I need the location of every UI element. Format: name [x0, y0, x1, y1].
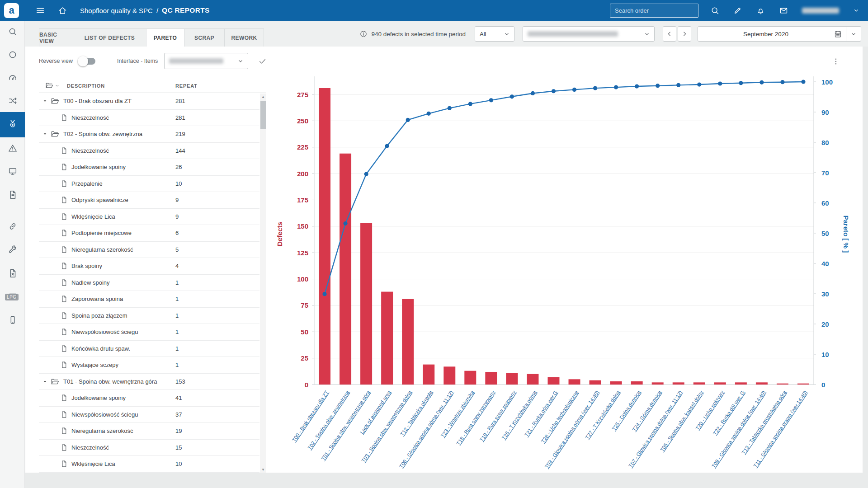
table-group-row[interactable]: T01 - Spoina obw. wewnętrzna góra153	[39, 374, 259, 390]
pareto-line-marker[interactable]	[468, 102, 472, 106]
order-filter-blurred[interactable]	[523, 26, 655, 42]
pareto-line-marker[interactable]	[489, 98, 493, 102]
pareto-line-marker[interactable]	[572, 88, 576, 92]
sidebar-item-medal[interactable]	[0, 112, 25, 137]
pareto-line-marker[interactable]	[364, 172, 368, 176]
x-axis-category-label[interactable]: T28 - Ucho technologiczne	[540, 389, 579, 444]
scroll-down-arrow[interactable]: ▼	[260, 466, 266, 473]
sidebar-item-tablet[interactable]: LPG	[0, 286, 25, 309]
kebab-menu-icon[interactable]	[832, 57, 840, 66]
pareto-bar[interactable]	[797, 384, 809, 385]
pareto-bar[interactable]	[610, 381, 622, 385]
table-item-row[interactable]: Nieszczelność144	[39, 143, 259, 160]
pareto-bar[interactable]	[381, 292, 393, 385]
pareto-bar[interactable]	[756, 382, 768, 385]
pareto-bar[interactable]	[340, 154, 351, 385]
pareto-line-marker[interactable]	[406, 118, 410, 122]
pareto-line-marker[interactable]	[697, 82, 701, 86]
table-item-row[interactable]: Niewspółosiowość ściegu1	[39, 324, 259, 341]
caret-down-icon[interactable]	[42, 99, 47, 103]
x-axis-category-label[interactable]: T00 - Brak obszaru dla ZT	[291, 389, 330, 442]
tab-basic-view[interactable]: BASIC VIEW	[39, 28, 73, 47]
pareto-bar[interactable]	[673, 382, 684, 385]
x-axis-category-label[interactable]: T13 - Tabliczka prostokątna góra	[741, 389, 787, 455]
calendar-icon[interactable]	[834, 30, 842, 38]
pareto-line-marker[interactable]	[343, 221, 347, 225]
x-axis-category-label[interactable]: T27 - T Krzyżówka dolna	[584, 389, 621, 440]
next-month-button[interactable]	[678, 26, 691, 42]
pareto-line-marker[interactable]	[635, 84, 639, 88]
interface-items-select-blurred[interactable]	[164, 53, 248, 69]
user-name-blurred[interactable]	[802, 8, 839, 14]
caret-down-icon[interactable]	[42, 131, 47, 136]
pareto-line-marker[interactable]	[614, 85, 618, 89]
tab-rework[interactable]: REWORK	[224, 28, 264, 47]
pareto-bar[interactable]	[443, 366, 455, 385]
mail-icon[interactable]	[779, 6, 788, 15]
table-item-row[interactable]: Nieregularna szerokość19	[39, 423, 259, 440]
scrollbar-thumb[interactable]	[260, 101, 266, 129]
pareto-line-marker[interactable]	[801, 80, 805, 84]
defect-type-filter[interactable]: All	[475, 26, 514, 42]
pareto-line-marker[interactable]	[739, 81, 743, 85]
sidebar-item-document[interactable]	[0, 184, 25, 207]
table-item-row[interactable]: Niewspółosiowość ściegu37	[39, 407, 259, 423]
pareto-bar[interactable]	[360, 223, 372, 385]
pareto-bar[interactable]	[652, 382, 664, 385]
chevron-down-icon[interactable]	[853, 7, 860, 14]
pareto-bar[interactable]	[319, 88, 330, 385]
table-item-row[interactable]: Wklęśnięcie Lica10	[39, 456, 259, 473]
pareto-bar[interactable]	[735, 382, 747, 385]
pareto-line-marker[interactable]	[656, 84, 660, 88]
table-scrollbar[interactable]: ▲ ▼	[260, 94, 266, 473]
tab-pareto[interactable]: PARETO	[146, 28, 184, 47]
sidebar-item-shuffle[interactable]	[0, 90, 25, 113]
pareto-line-marker[interactable]	[510, 94, 514, 99]
chevron-down-icon[interactable]	[850, 30, 857, 38]
sidebar-item-circle[interactable]	[0, 44, 25, 67]
table-item-row[interactable]: Podtopienie miejscowe6	[39, 225, 259, 242]
app-logo[interactable]: a	[4, 3, 19, 18]
pareto-bar[interactable]	[631, 381, 643, 385]
sidebar-item-search[interactable]	[0, 21, 25, 44]
table-item-row[interactable]: Końcówka drutu spaw.1	[39, 341, 259, 357]
sidebar-item-link[interactable]	[0, 216, 25, 239]
pareto-bar[interactable]	[693, 382, 705, 385]
pareto-bar[interactable]	[506, 373, 518, 385]
sidebar-item-mobile[interactable]	[0, 309, 25, 333]
sidebar-item-file-x[interactable]	[0, 263, 25, 286]
sidebar-item-wrench[interactable]	[0, 239, 25, 263]
pareto-line-marker[interactable]	[427, 112, 431, 116]
table-item-row[interactable]: Wklęśnięcie Lica9	[39, 209, 259, 225]
sidebar-item-warning[interactable]	[0, 137, 25, 161]
pareto-bar[interactable]	[527, 374, 538, 385]
pareto-line-marker[interactable]	[718, 81, 722, 85]
pencil-icon[interactable]	[733, 6, 742, 15]
breadcrumb-section[interactable]: Shopfloor quality & SPC	[80, 7, 153, 14]
pareto-line-marker[interactable]	[531, 91, 535, 95]
search-icon[interactable]	[710, 6, 720, 15]
pareto-bar[interactable]	[590, 380, 601, 385]
table-item-row[interactable]: Wystające sczepy1	[39, 357, 259, 374]
month-picker[interactable]: September 2020	[698, 26, 861, 42]
collapse-all-control[interactable]	[45, 81, 60, 91]
pareto-bar[interactable]	[485, 372, 497, 385]
table-item-row[interactable]: Przepalenie10	[39, 176, 259, 192]
table-group-row[interactable]: T00 - Brak obszaru dla ZT281	[39, 93, 259, 110]
x-axis-category-label[interactable]: T02 - Spoina obw. zewnętrzna	[307, 389, 350, 450]
table-item-row[interactable]: Brak spoiny4	[39, 258, 259, 275]
home-icon[interactable]	[58, 6, 67, 15]
x-axis-category-label[interactable]: T19 - Rura szew spawany	[479, 389, 517, 442]
hamburger-icon[interactable]	[35, 5, 45, 15]
pareto-bar[interactable]	[402, 299, 414, 385]
pareto-line-marker[interactable]	[780, 80, 784, 84]
pareto-line-marker[interactable]	[448, 106, 452, 110]
pareto-bar[interactable]	[547, 377, 559, 385]
pareto-bar[interactable]	[777, 384, 788, 385]
pareto-line-marker[interactable]	[760, 80, 764, 84]
scroll-up-arrow[interactable]: ▲	[260, 94, 266, 100]
table-item-row[interactable]: Nieszczelność15	[39, 440, 259, 456]
table-item-row[interactable]: Spoina poza złączem1	[39, 308, 259, 324]
table-item-row[interactable]: Nieregularna szerokość5	[39, 242, 259, 258]
bell-icon[interactable]	[756, 6, 765, 15]
